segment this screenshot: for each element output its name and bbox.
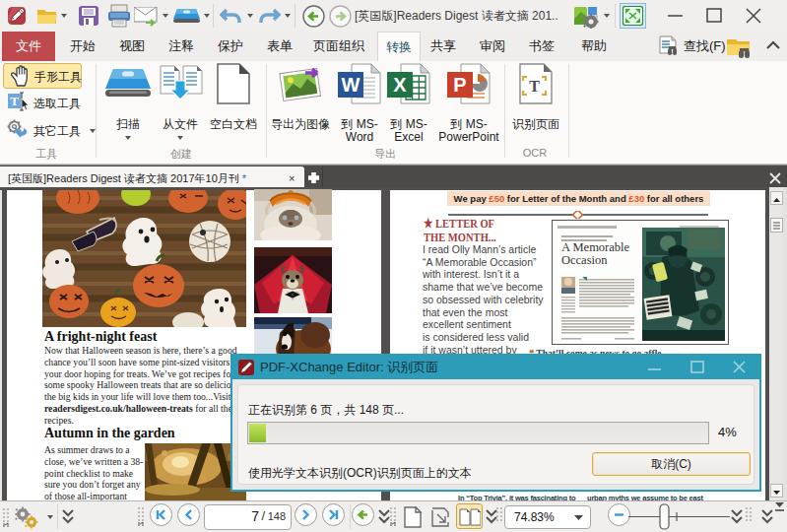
svg-text:T: T — [529, 78, 540, 95]
svg-text:W: W — [342, 74, 361, 96]
svg-text:A Memorable: A Memorable — [561, 240, 630, 254]
svg-text:P: P — [453, 74, 466, 96]
svg-text:Occasion: Occasion — [561, 253, 608, 267]
svg-text:X: X — [393, 74, 407, 96]
svg-text:T: T — [10, 94, 19, 108]
